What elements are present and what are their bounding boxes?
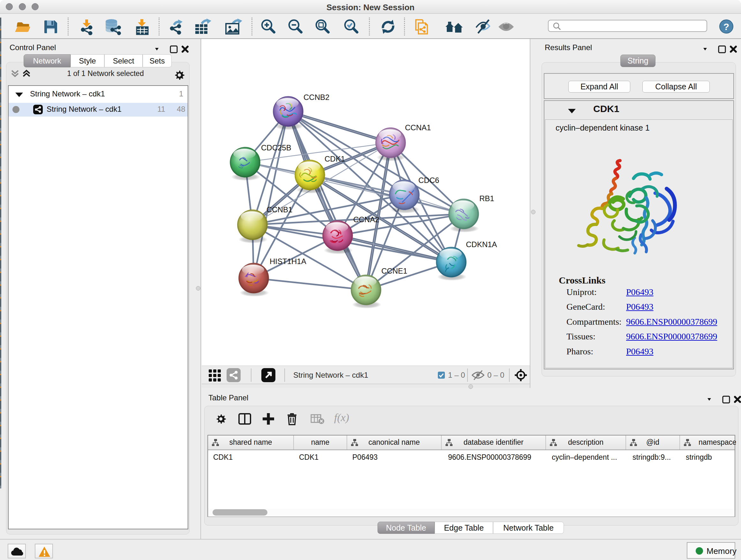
svg-text:CCNB1: CCNB1 — [266, 205, 292, 214]
svg-text:CDK1: CDK1 — [325, 154, 345, 163]
svg-text:CCNA2: CCNA2 — [353, 215, 379, 224]
svg-text:CDC6: CDC6 — [418, 176, 439, 185]
svg-text:RB1: RB1 — [479, 194, 494, 203]
svg-text:CDKN1A: CDKN1A — [466, 240, 497, 249]
svg-text:CCNE1: CCNE1 — [381, 266, 407, 275]
svg-text:HIST1H1A: HIST1H1A — [270, 257, 307, 266]
svg-text:CCNA1: CCNA1 — [405, 123, 431, 132]
svg-text:CDC25B: CDC25B — [261, 143, 291, 152]
svg-text:CCNB2: CCNB2 — [304, 93, 329, 102]
